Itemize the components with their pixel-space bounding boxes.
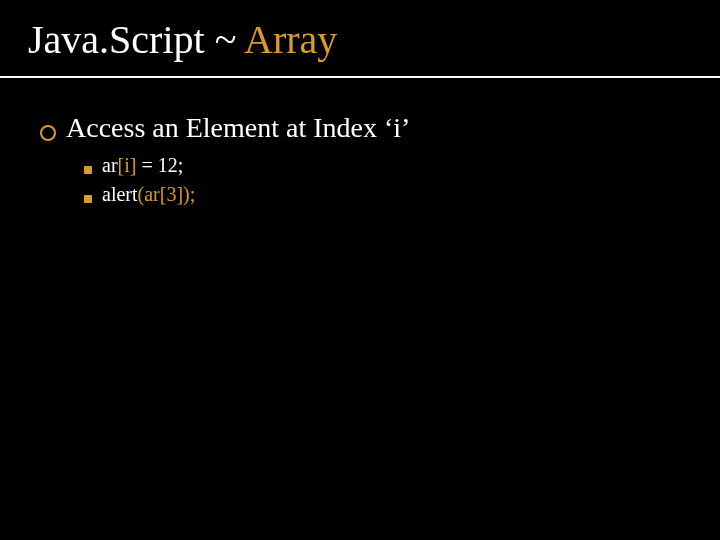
sub-list: ar[i] = 12; alert(ar[3]); xyxy=(40,154,680,206)
title-part2: Script xyxy=(109,17,205,62)
list-item: alert(ar[3]); xyxy=(84,183,680,206)
square-bullet-icon xyxy=(84,166,92,174)
title-area: Java.Script ~ Array xyxy=(0,0,720,78)
code-line: alert(ar[3]); xyxy=(102,183,195,206)
title-separator: ~ xyxy=(205,17,244,62)
list-item: Access an Element at Index ‘i’ xyxy=(40,112,680,144)
code-token: = 12; xyxy=(136,154,183,176)
list-item-text: Access an Element at Index ‘i’ xyxy=(66,112,410,144)
slide: Java.Script ~ Array Access an Element at… xyxy=(0,0,720,540)
list-item: ar[i] = 12; xyxy=(84,154,680,177)
title-part1: Java. xyxy=(28,17,109,62)
square-bullet-icon xyxy=(84,195,92,203)
title-topic: Array xyxy=(244,17,337,62)
code-line: ar[i] = 12; xyxy=(102,154,183,177)
code-highlight: ar[3] xyxy=(144,183,183,205)
code-token: alert xyxy=(102,183,138,205)
code-paren-close: ); xyxy=(183,183,195,205)
slide-title: Java.Script ~ Array xyxy=(28,18,692,62)
slide-content: Access an Element at Index ‘i’ ar[i] = 1… xyxy=(0,78,720,206)
code-token: ar xyxy=(102,154,118,176)
code-highlight: [i] xyxy=(118,154,137,176)
circle-bullet-icon xyxy=(40,125,56,141)
